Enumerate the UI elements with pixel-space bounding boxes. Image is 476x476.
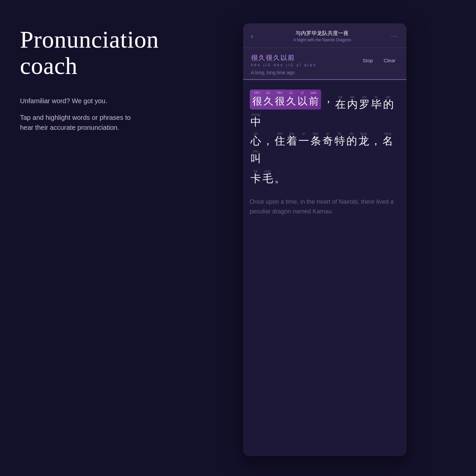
- stop-button[interactable]: Stop: [360, 56, 376, 65]
- phrase-pinyin: hěn jiǔ hěn jiǔ yǐ qián: [251, 63, 317, 67]
- sentence-line-1: hěn 很 jiǔ 久 hěn 很: [250, 88, 400, 186]
- right-panel: ‹ 与内罗毕龙队共度一夜 A Night with the Nairobi Dr…: [193, 20, 456, 456]
- cn-word-yi: yī 一: [298, 131, 309, 146]
- back-button[interactable]: ‹: [251, 32, 253, 40]
- subtitle-line-2: Tap and highlight words or phrases to he…: [20, 113, 180, 132]
- cn-word-tiao: tiáo 条: [310, 131, 321, 146]
- cn-word-luo: luó 罗: [359, 95, 370, 110]
- navbar-title-en: A Night with the Nairobi Dragons: [253, 38, 391, 42]
- phone-mockup: ‹ 与内罗毕龙队共度一夜 A Night with the Nairobi Dr…: [243, 23, 406, 456]
- page-container: Pronunciation coach Unfamiliar word? We …: [0, 0, 476, 476]
- navbar-center: 与内罗毕龙队共度一夜 A Night with the Nairobi Drag…: [253, 30, 391, 42]
- cn-word-zhe: zhe 着: [286, 131, 297, 146]
- navbar-title-cn: 与内罗毕龙队共度一夜: [253, 30, 391, 37]
- cn-word-ka: kǎ 卡: [250, 169, 261, 184]
- cn-word-mao: máo 毛: [262, 169, 273, 184]
- playback-controls: Stop Clear: [360, 56, 398, 65]
- cn-word-long: lóng 龙: [358, 131, 369, 146]
- phone-navbar: ‹ 与内罗毕龙队共度一夜 A Night with the Nairobi Dr…: [243, 23, 406, 48]
- cn-word-te: tè 特: [334, 131, 345, 146]
- cn-word-xin: xīn 心: [250, 131, 261, 146]
- subtitle-line-1: Unfamiliar word? We got you.: [20, 96, 180, 106]
- phrase-chinese: 很久很久以前: [251, 53, 317, 62]
- cn-word-zhong: zhōng 中: [250, 112, 261, 127]
- cn-word-zai: zài 在: [335, 95, 346, 110]
- cn-row-2: xīn 心 ， zhù 住 zhe 着: [250, 131, 400, 166]
- cn-word-zhu: zhù 住: [274, 131, 285, 146]
- cn-row-3: kǎ 卡 máo 毛 。 。: [250, 168, 400, 186]
- cn-word-bi: bì 毕: [371, 95, 382, 110]
- subtitle-block: Unfamiliar word? We got you. Tap and hig…: [20, 96, 180, 132]
- cn-word-nei: nèi 内: [347, 95, 358, 110]
- cn-word-de1: de 的: [383, 95, 394, 110]
- cn-word-de2: de 的: [346, 131, 357, 146]
- more-button[interactable]: ···: [391, 33, 398, 40]
- cn-punct-1: . ，: [323, 88, 334, 110]
- english-translation: Once upon a time, in the heart of Nairob…: [250, 197, 400, 216]
- cn-punct-3: ，: [370, 135, 381, 146]
- clear-button[interactable]: Clear: [381, 56, 398, 65]
- pronunciation-section: 很久很久以前 hěn jiǔ hěn jiǔ yǐ qián Stop Clea…: [243, 48, 406, 80]
- phrase-translation: A long, long time ago: [251, 70, 398, 75]
- cn-punct-end: 。 。: [274, 168, 285, 184]
- cn-word-jiao: jiào 叫: [250, 149, 261, 164]
- highlighted-phrase: 很久很久以前 hěn jiǔ hěn jiǔ yǐ qián: [251, 53, 317, 67]
- highlighted-word-group[interactable]: hěn 很 jiǔ 久 hěn 很: [250, 90, 321, 110]
- cn-punct-2: ，: [262, 135, 273, 146]
- cn-word-qi: qí 奇: [322, 131, 333, 146]
- cn-word-ming: míng 名: [382, 131, 393, 146]
- app-title: Pronunciation coach: [20, 27, 180, 79]
- left-panel: Pronunciation coach Unfamiliar word? We …: [20, 20, 180, 456]
- phone-content: hěn 很 jiǔ 久 hěn 很: [243, 80, 406, 456]
- cn-row-1: hěn 很 jiǔ 久 hěn 很: [250, 88, 400, 130]
- pinyin-header: 很久很久以前 hěn jiǔ hěn jiǔ yǐ qián Stop Clea…: [251, 53, 398, 67]
